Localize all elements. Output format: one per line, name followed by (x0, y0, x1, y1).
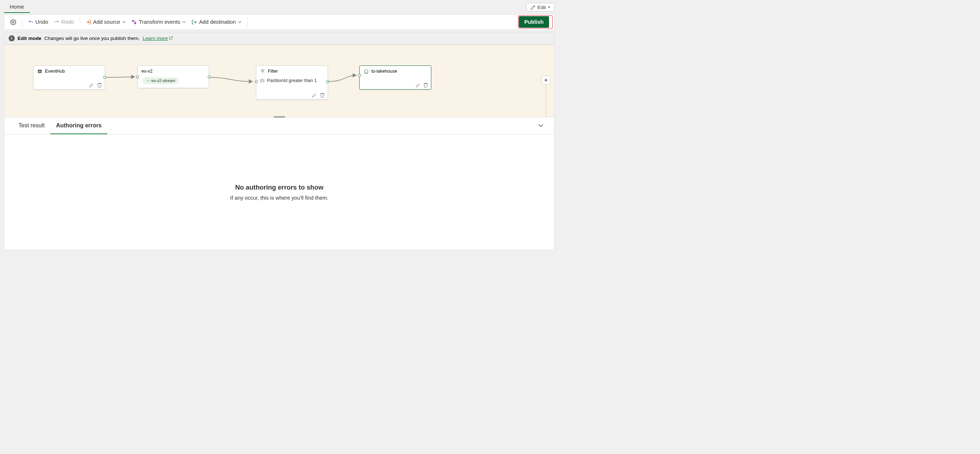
filter-condition: PartitionId greater than 1 (267, 78, 317, 83)
enter-icon (86, 19, 91, 25)
port-in[interactable] (255, 80, 258, 83)
add-destination-label: Add destination (199, 19, 236, 25)
publish-button[interactable]: Publish (519, 16, 549, 28)
canvas[interactable]: EventHub es-v2 es-v2-stream Fil (4, 44, 554, 117)
node-title: to-lakehouse (371, 69, 397, 74)
exit-icon (191, 19, 197, 25)
filter-icon (260, 69, 265, 74)
edit-dropdown[interactable]: Edit (527, 3, 554, 11)
add-source-button[interactable]: Add source (84, 17, 127, 27)
trash-icon[interactable] (423, 83, 428, 88)
settings-button[interactable] (9, 17, 18, 27)
stream-icon (146, 79, 150, 83)
lakehouse-icon (364, 69, 369, 74)
svg-point-0 (13, 21, 14, 23)
redo-icon (54, 19, 59, 25)
node-filter[interactable]: Filter PartitionId greater than 1 (256, 65, 328, 100)
redo-label: Redo (61, 19, 74, 25)
svg-rect-1 (132, 20, 134, 22)
node-esv2[interactable]: es-v2 es-v2-stream (138, 65, 210, 89)
pencil-icon (530, 5, 536, 10)
chevron-down-icon (238, 21, 242, 23)
svg-rect-2 (134, 22, 136, 24)
pencil-icon[interactable] (312, 92, 317, 98)
svg-rect-4 (38, 71, 40, 71)
port-in[interactable] (136, 76, 139, 78)
tab-test-result[interactable]: Test result (13, 117, 50, 134)
port-out[interactable] (208, 76, 211, 78)
chevron-down-icon (122, 21, 126, 23)
add-node-button[interactable]: + (541, 76, 550, 84)
gear-icon (10, 19, 16, 25)
panel-resize-handle[interactable] (274, 116, 285, 118)
learn-more-label: Learn more (143, 36, 168, 41)
redo-button[interactable]: Redo (52, 17, 75, 27)
undo-label: Undo (35, 19, 48, 25)
edit-label: Edit (538, 5, 546, 10)
add-destination-button[interactable]: Add destination (191, 17, 243, 27)
port-out[interactable] (326, 80, 329, 83)
trash-icon[interactable] (320, 92, 325, 98)
svg-rect-3 (38, 70, 42, 70)
ribbon-tab-home[interactable]: Home (4, 2, 30, 13)
transform-events-button[interactable]: Transform events (130, 17, 187, 27)
empty-state-title: No authoring errors to show (235, 184, 323, 191)
node-title: es-v2 (142, 69, 153, 74)
undo-icon (28, 19, 33, 25)
pencil-icon[interactable] (89, 83, 94, 88)
stream-label: es-v2-stream (151, 78, 175, 83)
condition-icon (260, 79, 265, 83)
chevron-down-icon (538, 124, 544, 127)
info-icon: i (9, 35, 15, 41)
trash-icon[interactable] (97, 83, 102, 88)
transform-icon (131, 19, 137, 25)
node-lakehouse[interactable]: to-lakehouse (359, 65, 431, 90)
eventhub-icon (37, 69, 43, 74)
node-title: EventHub (45, 69, 65, 74)
port-out[interactable] (103, 76, 106, 79)
stream-chip[interactable]: es-v2-stream (143, 77, 178, 84)
tab-authoring-errors[interactable]: Authoring errors (50, 117, 108, 134)
add-source-label: Add source (93, 19, 120, 25)
transform-label: Transform events (139, 19, 180, 25)
publish-highlight: Publish (518, 16, 552, 29)
pencil-icon[interactable] (415, 83, 421, 88)
collapse-panel-button[interactable] (536, 121, 546, 130)
undo-button[interactable]: Undo (27, 17, 49, 27)
external-link-icon (169, 36, 173, 40)
bottom-panel: Test result Authoring errors No authorin… (4, 117, 554, 250)
toolbar: Undo Redo Add source Transform events Ad… (4, 14, 554, 30)
info-desc: Changes will go live once you publish th… (44, 36, 140, 41)
node-eventhub[interactable]: EventHub (33, 65, 105, 90)
caret-down-icon (547, 6, 550, 9)
learn-more-link[interactable]: Learn more (143, 36, 173, 41)
svg-rect-5 (40, 71, 42, 71)
chevron-down-icon (182, 21, 186, 23)
add-stem (546, 84, 546, 117)
info-bar: i Edit mode Changes will go live once yo… (4, 32, 554, 44)
svg-rect-6 (38, 72, 42, 73)
node-title: Filter (268, 69, 278, 74)
empty-state-desc: If any occur, this is where you'll find … (230, 195, 328, 201)
info-title: Edit mode (18, 36, 41, 41)
